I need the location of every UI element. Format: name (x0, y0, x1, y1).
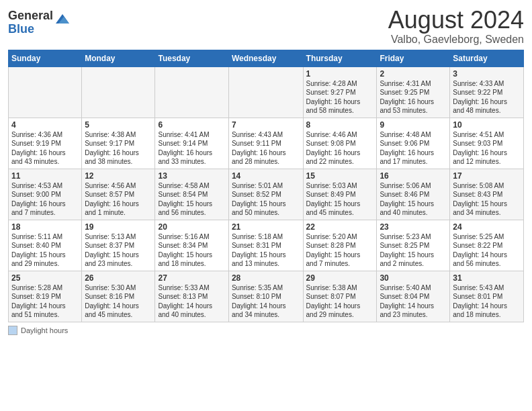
day-number: 1 (306, 69, 374, 79)
day-info: Sunrise: 5:06 AM Sunset: 8:46 PM Dayligh… (380, 181, 447, 218)
day-info: Sunrise: 5:01 AM Sunset: 8:52 PM Dayligh… (232, 181, 300, 218)
day-number: 14 (232, 171, 300, 181)
day-info: Sunrise: 5:23 AM Sunset: 8:25 PM Dayligh… (380, 232, 447, 269)
day-info: Sunrise: 4:36 AM Sunset: 9:19 PM Dayligh… (11, 130, 79, 167)
day-number: 28 (232, 273, 300, 283)
day-number: 5 (85, 120, 152, 130)
calendar-cell: 13Sunrise: 4:58 AM Sunset: 8:54 PM Dayli… (155, 169, 228, 220)
calendar-cell: 20Sunrise: 5:16 AM Sunset: 8:34 PM Dayli… (155, 220, 228, 271)
calendar-cell: 5Sunrise: 4:38 AM Sunset: 9:17 PM Daylig… (82, 118, 155, 169)
day-info: Sunrise: 5:28 AM Sunset: 8:19 PM Dayligh… (11, 283, 79, 320)
calendar-cell: 11Sunrise: 4:53 AM Sunset: 9:00 PM Dayli… (9, 169, 82, 220)
header-row: Sunday Monday Tuesday Wednesday Thursday… (9, 50, 524, 66)
calendar-cell: 6Sunrise: 4:41 AM Sunset: 9:14 PM Daylig… (155, 118, 228, 169)
day-number: 29 (306, 273, 374, 283)
calendar-cell: 22Sunrise: 5:20 AM Sunset: 8:28 PM Dayli… (303, 220, 377, 271)
calendar-week-4: 25Sunrise: 5:28 AM Sunset: 8:19 PM Dayli… (9, 271, 524, 322)
day-number: 13 (158, 171, 225, 181)
day-number: 22 (306, 222, 374, 232)
daylight-legend-box (8, 326, 17, 335)
calendar-week-1: 4Sunrise: 4:36 AM Sunset: 9:19 PM Daylig… (9, 118, 524, 169)
day-info: Sunrise: 4:38 AM Sunset: 9:17 PM Dayligh… (85, 130, 152, 167)
day-number: 19 (85, 222, 152, 232)
header-monday: Monday (82, 50, 155, 66)
day-number: 2 (380, 69, 447, 79)
day-info: Sunrise: 4:41 AM Sunset: 9:14 PM Dayligh… (158, 130, 225, 167)
day-info: Sunrise: 4:56 AM Sunset: 8:57 PM Dayligh… (85, 181, 152, 218)
day-number: 30 (380, 273, 447, 283)
day-info: Sunrise: 5:20 AM Sunset: 8:28 PM Dayligh… (306, 232, 374, 269)
calendar-cell: 2Sunrise: 4:31 AM Sunset: 9:25 PM Daylig… (377, 66, 450, 118)
calendar-cell: 4Sunrise: 4:36 AM Sunset: 9:19 PM Daylig… (9, 118, 82, 169)
day-number: 6 (158, 120, 225, 130)
day-number: 18 (11, 222, 79, 232)
day-info: Sunrise: 5:13 AM Sunset: 8:37 PM Dayligh… (85, 232, 152, 269)
day-info: Sunrise: 5:25 AM Sunset: 8:22 PM Dayligh… (453, 232, 521, 269)
calendar-cell (82, 66, 155, 118)
calendar-cell: 15Sunrise: 5:03 AM Sunset: 8:49 PM Dayli… (303, 169, 377, 220)
logo-blue: Blue (8, 23, 53, 36)
calendar-week-0: 1Sunrise: 4:28 AM Sunset: 9:27 PM Daylig… (9, 66, 524, 118)
location-title: Valbo, Gaevleborg, Sweden (388, 34, 524, 46)
calendar-cell: 19Sunrise: 5:13 AM Sunset: 8:37 PM Dayli… (82, 220, 155, 271)
day-info: Sunrise: 4:33 AM Sunset: 9:22 PM Dayligh… (453, 79, 521, 116)
header-thursday: Thursday (303, 50, 377, 66)
calendar-cell: 25Sunrise: 5:28 AM Sunset: 8:19 PM Dayli… (9, 271, 82, 322)
calendar-cell: 26Sunrise: 5:30 AM Sunset: 8:16 PM Dayli… (82, 271, 155, 322)
header-wednesday: Wednesday (228, 50, 303, 66)
logo-text: General Blue (8, 9, 53, 36)
day-info: Sunrise: 5:18 AM Sunset: 8:31 PM Dayligh… (232, 232, 300, 269)
day-info: Sunrise: 4:43 AM Sunset: 9:11 PM Dayligh… (232, 130, 300, 167)
day-info: Sunrise: 5:35 AM Sunset: 8:10 PM Dayligh… (232, 283, 300, 320)
day-number: 20 (158, 222, 225, 232)
day-info: Sunrise: 5:33 AM Sunset: 8:13 PM Dayligh… (158, 283, 225, 320)
calendar-cell (9, 66, 82, 118)
header-friday: Friday (377, 50, 450, 66)
calendar-cell: 31Sunrise: 5:43 AM Sunset: 8:01 PM Dayli… (450, 271, 524, 322)
calendar-cell: 28Sunrise: 5:35 AM Sunset: 8:10 PM Dayli… (228, 271, 303, 322)
day-number: 10 (453, 120, 521, 130)
day-number: 17 (453, 171, 521, 181)
title-section: August 2024 Valbo, Gaevleborg, Sweden (388, 7, 524, 46)
calendar-cell: 24Sunrise: 5:25 AM Sunset: 8:22 PM Dayli… (450, 220, 524, 271)
calendar-week-2: 11Sunrise: 4:53 AM Sunset: 9:00 PM Dayli… (9, 169, 524, 220)
day-number: 12 (85, 171, 152, 181)
day-info: Sunrise: 4:28 AM Sunset: 9:27 PM Dayligh… (306, 79, 374, 116)
logo: General Blue (8, 9, 71, 36)
day-info: Sunrise: 5:08 AM Sunset: 8:43 PM Dayligh… (453, 181, 521, 218)
calendar-cell (155, 66, 228, 118)
month-title: August 2024 (388, 7, 524, 34)
calendar-header: Sunday Monday Tuesday Wednesday Thursday… (9, 50, 524, 66)
day-info: Sunrise: 4:31 AM Sunset: 9:25 PM Dayligh… (380, 79, 447, 116)
day-number: 7 (232, 120, 300, 130)
day-info: Sunrise: 5:30 AM Sunset: 8:16 PM Dayligh… (85, 283, 152, 320)
header-tuesday: Tuesday (155, 50, 228, 66)
day-info: Sunrise: 5:11 AM Sunset: 8:40 PM Dayligh… (11, 232, 79, 269)
calendar-cell: 16Sunrise: 5:06 AM Sunset: 8:46 PM Dayli… (377, 169, 450, 220)
day-number: 3 (453, 69, 521, 79)
footer: Daylight hours (8, 326, 524, 335)
header-saturday: Saturday (450, 50, 524, 66)
day-number: 21 (232, 222, 300, 232)
calendar-table: Sunday Monday Tuesday Wednesday Thursday… (8, 50, 524, 322)
day-info: Sunrise: 4:48 AM Sunset: 9:06 PM Dayligh… (380, 130, 447, 167)
day-number: 11 (11, 171, 79, 181)
calendar-cell: 29Sunrise: 5:38 AM Sunset: 8:07 PM Dayli… (303, 271, 377, 322)
day-info: Sunrise: 5:16 AM Sunset: 8:34 PM Dayligh… (158, 232, 225, 269)
day-number: 23 (380, 222, 447, 232)
day-number: 24 (453, 222, 521, 232)
day-number: 27 (158, 273, 225, 283)
day-info: Sunrise: 4:51 AM Sunset: 9:03 PM Dayligh… (453, 130, 521, 167)
day-number: 8 (306, 120, 374, 130)
page-container: General Blue August 2024 Valbo, Gaevlebo… (0, 0, 532, 342)
day-info: Sunrise: 5:38 AM Sunset: 8:07 PM Dayligh… (306, 283, 374, 320)
calendar-cell: 17Sunrise: 5:08 AM Sunset: 8:43 PM Dayli… (450, 169, 524, 220)
calendar-cell: 10Sunrise: 4:51 AM Sunset: 9:03 PM Dayli… (450, 118, 524, 169)
day-info: Sunrise: 4:46 AM Sunset: 9:08 PM Dayligh… (306, 130, 374, 167)
calendar-cell: 12Sunrise: 4:56 AM Sunset: 8:57 PM Dayli… (82, 169, 155, 220)
day-info: Sunrise: 4:58 AM Sunset: 8:54 PM Dayligh… (158, 181, 225, 218)
calendar-cell: 8Sunrise: 4:46 AM Sunset: 9:08 PM Daylig… (303, 118, 377, 169)
logo-icon (54, 11, 71, 28)
calendar-body: 1Sunrise: 4:28 AM Sunset: 9:27 PM Daylig… (9, 66, 524, 322)
calendar-cell: 14Sunrise: 5:01 AM Sunset: 8:52 PM Dayli… (228, 169, 303, 220)
